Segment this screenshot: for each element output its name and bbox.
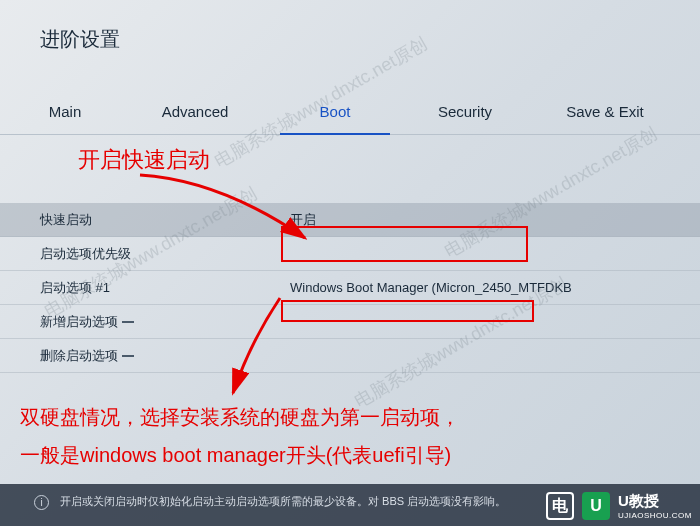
row-add-boot-option[interactable]: 新增启动选项	[0, 305, 700, 339]
tab-boot[interactable]: Boot	[270, 89, 400, 134]
brand-url: UJIAOSHOU.COM	[618, 511, 692, 520]
row-boot-priority[interactable]: 启动选项优先级	[0, 237, 700, 271]
row-fast-boot[interactable]: 快速启动 开启	[0, 203, 700, 237]
row-boot-option-1[interactable]: 启动选项 #1 Windows Boot Manager (Micron_245…	[0, 271, 700, 305]
expand-icon	[122, 321, 134, 323]
boot-option-1-value[interactable]: Windows Boot Manager (Micron_2450_MTFDKB	[290, 280, 700, 295]
brand-logo: 电 U U教授 UJIAOSHOU.COM	[546, 492, 692, 520]
tab-main[interactable]: Main	[0, 89, 130, 134]
boot-option-1-label: 启动选项 #1	[40, 279, 290, 297]
tab-save-exit[interactable]: Save & Exit	[530, 89, 680, 134]
fast-boot-label: 快速启动	[40, 211, 290, 229]
brand-logo-square: 电	[546, 492, 574, 520]
brand-name: U教授	[618, 492, 692, 511]
delete-boot-option-label: 删除启动选项	[40, 347, 118, 365]
boot-rows: 快速启动 开启 启动选项优先级 启动选项 #1 Windows Boot Man…	[0, 203, 700, 373]
annotation-dual-disk-line2: 一般是windows boot manager开头(代表uefi引导)	[20, 436, 460, 474]
annotation-dual-disk-line1: 双硬盘情况，选择安装系统的硬盘为第一启动项，	[20, 398, 460, 436]
annotation-dual-disk: 双硬盘情况，选择安装系统的硬盘为第一启动项， 一般是windows boot m…	[20, 398, 460, 474]
tab-bar: Main Advanced Boot Security Save & Exit	[0, 89, 700, 135]
info-icon: i	[34, 495, 49, 510]
boot-priority-label: 启动选项优先级	[40, 245, 290, 263]
brand-logo-text: U教授 UJIAOSHOU.COM	[618, 492, 692, 520]
tab-security[interactable]: Security	[400, 89, 530, 134]
row-delete-boot-option[interactable]: 删除启动选项	[0, 339, 700, 373]
tab-advanced[interactable]: Advanced	[130, 89, 260, 134]
brand-logo-u: U	[582, 492, 610, 520]
fast-boot-value[interactable]: 开启	[290, 211, 700, 229]
expand-icon	[122, 355, 134, 357]
annotation-fast-boot: 开启快速启动	[78, 145, 210, 175]
page-title: 进阶设置	[0, 0, 700, 53]
footer-help-text: 开启或关闭启动时仅初始化启动主动启动选项所需的最少设备。对 BBS 启动选项没有…	[60, 495, 506, 507]
add-boot-option-label: 新增启动选项	[40, 313, 118, 331]
